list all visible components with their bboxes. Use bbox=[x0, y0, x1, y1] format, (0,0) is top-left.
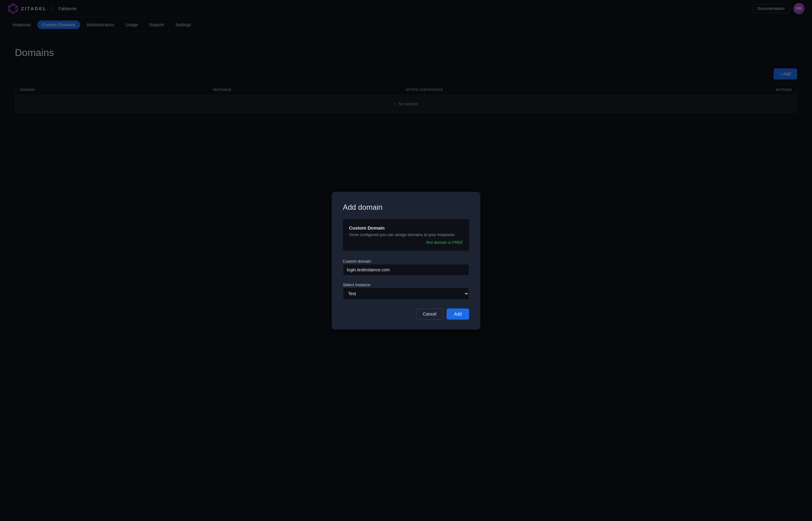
custom-domain-label: Custom domain bbox=[343, 259, 371, 264]
modal-overlay: Add domain Custom Domain Once configured… bbox=[0, 0, 812, 521]
info-card-free-text: first domain is FREE bbox=[349, 240, 463, 245]
info-card-title: Custom Domain bbox=[349, 225, 463, 230]
info-card: Custom Domain Once configured you can as… bbox=[343, 219, 469, 251]
modal-title: Add domain bbox=[343, 203, 469, 212]
select-instance-label: Select Instance bbox=[343, 282, 370, 287]
add-domain-modal: Add domain Custom Domain Once configured… bbox=[332, 192, 480, 330]
info-card-description: Once configured you can assign domains t… bbox=[349, 232, 463, 237]
modal-add-button[interactable]: Add bbox=[447, 309, 469, 320]
custom-domain-input[interactable] bbox=[343, 264, 469, 276]
cancel-button[interactable]: Cancel bbox=[416, 309, 443, 320]
select-instance-dropdown[interactable]: Test bbox=[343, 288, 469, 300]
modal-actions: Cancel Add bbox=[343, 309, 469, 320]
